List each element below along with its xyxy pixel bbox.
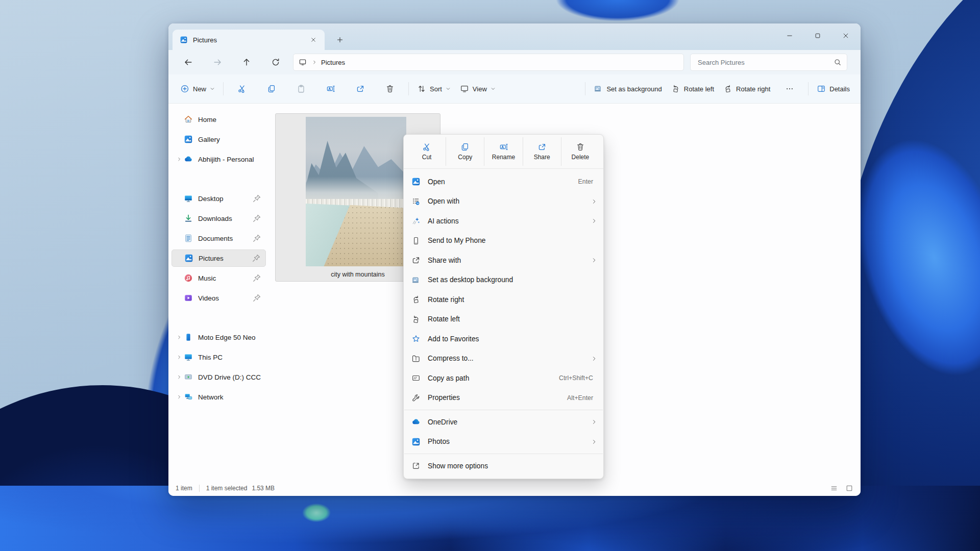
sidebar-item-documents[interactable]: Documents — [172, 230, 266, 247]
context-menu-item-label: Rotate left — [428, 315, 597, 323]
set-background-icon — [411, 276, 421, 285]
paste-button[interactable] — [289, 80, 313, 98]
sidebar-item-music[interactable]: Music — [172, 269, 266, 287]
up-button[interactable] — [237, 54, 256, 71]
expander-chevron-icon[interactable] — [175, 374, 184, 380]
cut-button[interactable] — [230, 80, 254, 98]
sidebar-group-gap — [168, 170, 269, 190]
submenu-chevron-icon — [591, 198, 597, 205]
context-menu-item-properties[interactable]: PropertiesAlt+Enter — [404, 388, 603, 408]
sidebar-item-label: Documents — [198, 235, 252, 242]
sidebar-item-moto-edge-50-neo[interactable]: Moto Edge 50 Neo — [172, 329, 266, 346]
sidebar-item-this-pc[interactable]: This PC — [172, 348, 266, 366]
tab-pictures[interactable]: Pictures — [173, 30, 325, 50]
forward-icon — [213, 58, 222, 67]
context-menu-item-set-as-desktop-background[interactable]: Set as desktop background — [404, 270, 603, 290]
downloads-icon — [184, 214, 193, 223]
context-menu-item-add-to-favorites[interactable]: Add to Favorites — [404, 329, 603, 349]
sidebar-item-videos[interactable]: Videos — [172, 289, 266, 307]
context-menu-item-rotate-left[interactable]: Rotate left — [404, 310, 603, 330]
sidebar-item-home[interactable]: Home — [172, 111, 266, 128]
list-view-toggle[interactable] — [830, 484, 838, 492]
minimize-button[interactable] — [775, 26, 803, 46]
quick-action-delete[interactable]: Delete — [561, 137, 599, 166]
sidebar-item-pictures[interactable]: Pictures — [172, 249, 266, 267]
search-box[interactable] — [690, 54, 847, 71]
quick-action-share[interactable]: Share — [523, 137, 561, 166]
details-button[interactable]: Details — [812, 79, 854, 98]
context-menu-item-ai-actions[interactable]: AI actions — [404, 211, 603, 231]
new-tab-button[interactable] — [333, 33, 347, 47]
sidebar-item-label: Gallery — [198, 136, 262, 143]
pin-icon — [251, 253, 261, 263]
view-button[interactable]: View — [455, 79, 500, 98]
sidebar-item-network[interactable]: Network — [172, 388, 266, 406]
rotate-left-button[interactable]: Rotate left — [667, 79, 719, 98]
context-menu-item-send-to-my-phone[interactable]: Send to My Phone — [404, 231, 603, 251]
close-button[interactable] — [831, 26, 860, 46]
delete-button[interactable] — [378, 80, 402, 98]
context-menu-item-compress-to[interactable]: Compress to... — [404, 349, 603, 369]
context-menu-item-rotate-right[interactable]: Rotate right — [404, 290, 603, 310]
compress-icon — [411, 354, 421, 363]
rename-icon — [499, 142, 508, 152]
sort-button[interactable]: Sort — [412, 79, 455, 98]
navigation-pane: HomeGalleryAbhijith - PersonalDesktopDow… — [168, 104, 269, 481]
sidebar-item-abhijith-personal[interactable]: Abhijith - Personal — [172, 151, 266, 168]
context-menu-item-open-with[interactable]: Open with — [404, 192, 603, 212]
breadcrumb[interactable]: Pictures — [293, 54, 684, 71]
search-input[interactable] — [697, 58, 834, 67]
context-menu-item-share-with[interactable]: Share with — [404, 251, 603, 270]
file-thumbnail — [306, 117, 406, 266]
copy-button[interactable] — [260, 80, 283, 98]
keyboard-shortcut: Ctrl+Shift+C — [559, 374, 593, 382]
sidebar-item-gallery[interactable]: Gallery — [172, 131, 266, 148]
keyboard-shortcut: Enter — [578, 178, 593, 185]
context-menu-item-photos[interactable]: Photos — [404, 432, 603, 452]
sidebar-item-dvd-drive-d-ccc[interactable]: DVD Drive (D:) CCC — [172, 368, 266, 386]
rotate-left-icon — [411, 315, 421, 324]
expander-chevron-icon[interactable] — [175, 354, 184, 360]
close-icon — [310, 37, 316, 43]
share-icon — [537, 142, 547, 152]
thumbnail-view-toggle[interactable] — [845, 484, 853, 492]
set-as-background-button[interactable]: Set as background — [589, 79, 666, 98]
rotate-left-label: Rotate left — [684, 85, 714, 93]
refresh-button[interactable] — [266, 54, 285, 71]
rotate-right-button[interactable]: Rotate right — [719, 79, 775, 98]
forward-button[interactable] — [208, 54, 227, 71]
copy-icon — [460, 142, 470, 152]
new-button[interactable]: New — [176, 79, 219, 98]
submenu-chevron-icon — [591, 218, 597, 224]
chev-right-icon — [177, 374, 182, 380]
context-menu-item-copy-as-path[interactable]: Copy as pathCtrl+Shift+C — [404, 368, 603, 388]
back-button[interactable] — [179, 54, 198, 71]
breadcrumb-location[interactable]: Pictures — [321, 59, 345, 66]
maximize-icon — [814, 32, 821, 39]
quick-action-copy[interactable]: Copy — [446, 137, 484, 166]
chev-right-icon — [177, 157, 182, 162]
sidebar-item-desktop[interactable]: Desktop — [172, 190, 266, 207]
context-menu-item-onedrive[interactable]: OneDrive — [404, 412, 603, 432]
quick-action-cut[interactable]: Cut — [408, 137, 446, 166]
cut-icon — [237, 84, 247, 93]
expander-spacer — [175, 116, 184, 122]
context-menu-item-label: Photos — [428, 438, 591, 445]
quick-action-rename[interactable]: Rename — [484, 137, 522, 166]
context-menu-item-open[interactable]: OpenEnter — [404, 172, 603, 192]
share-button[interactable] — [349, 80, 372, 98]
documents-icon — [184, 234, 193, 243]
tab-close-button[interactable] — [307, 34, 320, 46]
pictures-folder-icon — [180, 36, 188, 44]
expander-spacer — [175, 195, 184, 202]
sidebar-item-downloads[interactable]: Downloads — [172, 210, 266, 227]
expander-chevron-icon[interactable] — [175, 156, 184, 162]
expander-chevron-icon[interactable] — [175, 394, 184, 400]
maximize-button[interactable] — [803, 26, 831, 46]
context-menu-item-show-more-options[interactable]: Show more options — [404, 456, 603, 476]
expander-chevron-icon[interactable] — [175, 334, 184, 340]
see-more-button[interactable] — [778, 80, 801, 98]
submenu-chevron-icon — [591, 356, 597, 362]
rename-button[interactable] — [319, 80, 342, 98]
context-menu-item-label: OneDrive — [428, 418, 591, 426]
